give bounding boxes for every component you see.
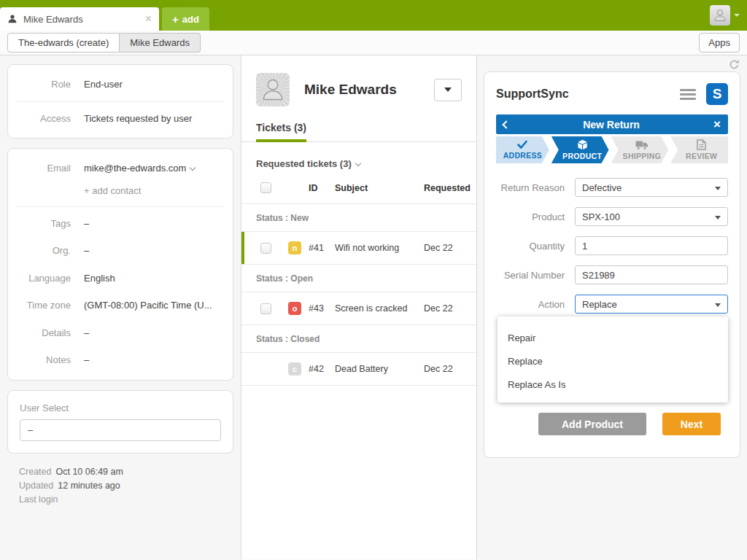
ticket-id: #41 xyxy=(306,243,335,253)
add-product-button[interactable]: Add Product xyxy=(538,413,646,435)
ticket-row[interactable]: n #41 Wifi not working Dec 22 xyxy=(241,232,476,265)
status-badge: c xyxy=(288,362,301,376)
menu-icon[interactable] xyxy=(680,89,696,100)
role-access-card: Role End-user Access Tickets requested b… xyxy=(7,64,233,139)
dropdown-option-repair[interactable]: Repair xyxy=(498,326,728,349)
open-user-tab[interactable]: Mike Edwards × xyxy=(0,7,159,31)
status-group-open: Status : Open xyxy=(241,265,476,292)
ticket-row[interactable]: c #42 Dead Battery Dec 22 xyxy=(241,353,476,386)
field-label: Language xyxy=(20,272,71,284)
step-address[interactable]: ADDRESS xyxy=(496,136,549,163)
contact-details-card: Email mike@the-edwards.com + add contact… xyxy=(7,148,233,381)
breadcrumb-bar: The-edwards (create) Mike Edwards Apps xyxy=(0,31,747,55)
truck-icon xyxy=(635,140,649,150)
ticket-id: #43 xyxy=(306,303,335,314)
field-label: Tags xyxy=(20,217,71,229)
quantity-input[interactable] xyxy=(575,236,728,255)
supportsync-app-card: SupportSync S New Return × ADDRESS PRODU… xyxy=(484,71,740,458)
field-value: Tickets requested by user xyxy=(84,112,192,125)
status-group-new: Status : New xyxy=(241,204,476,232)
chevron-down-icon xyxy=(355,160,361,166)
timezone-row: Time zone (GMT-08:00) Pacific Time (U... xyxy=(8,292,233,319)
status-group-closed: Status : Closed xyxy=(241,325,476,353)
field-value: – xyxy=(84,217,89,230)
add-tab-label: add xyxy=(182,14,199,25)
document-icon xyxy=(697,139,706,150)
nav-title: New Return xyxy=(509,119,713,131)
user-actions-dropdown-button[interactable] xyxy=(434,79,462,101)
user-menu[interactable] xyxy=(710,5,740,26)
add-tab-button[interactable]: + add xyxy=(162,7,209,31)
apps-button[interactable]: Apps xyxy=(699,33,740,52)
details-row: Details – xyxy=(8,319,233,347)
ticket-subject[interactable]: Dead Battery xyxy=(335,364,424,374)
return-form: Return Reason Defective Product SPX-100 … xyxy=(496,178,728,372)
supportsync-logo: S xyxy=(706,83,728,105)
ticket-requested: Dec 22 xyxy=(424,243,466,253)
email-value: mike@the-edwards.com xyxy=(84,162,195,175)
add-contact-link[interactable]: + add contact xyxy=(8,182,233,203)
field-label: Role xyxy=(20,78,71,90)
person-icon xyxy=(713,8,727,23)
field-label: Time zone xyxy=(20,299,71,311)
step-review[interactable]: REVIEW xyxy=(670,136,728,163)
tags-row: Tags – xyxy=(8,210,233,238)
product-select[interactable]: SPX-100 xyxy=(575,207,728,226)
divider xyxy=(17,101,224,102)
action-dropdown-menu: Repair Replace Replace As Is xyxy=(498,316,728,402)
field-value: (GMT-08:00) Pacific Time (U... xyxy=(84,299,212,312)
action-row: Action Replace Repair Replace Replace As… xyxy=(496,295,728,314)
close-icon[interactable]: × xyxy=(713,118,721,131)
field-value: – xyxy=(84,354,89,367)
step-shipping[interactable]: SHIPPING xyxy=(611,136,669,163)
field-label: Org. xyxy=(20,244,71,256)
tab-tickets[interactable]: Tickets (3) xyxy=(256,122,306,142)
serial-number-input[interactable] xyxy=(575,265,728,284)
breadcrumb: The-edwards (create) Mike Edwards xyxy=(7,33,201,52)
row-checkbox[interactable] xyxy=(260,243,271,254)
last-login-row: Last login xyxy=(19,493,241,507)
status-badge: n xyxy=(288,241,301,254)
ticket-requested: Dec 22 xyxy=(424,364,466,374)
step-wizard: ADDRESS PRODUCT SHIPPING REVIEW xyxy=(496,136,728,163)
column-header-requested: Requested xyxy=(424,183,466,193)
ticket-subject[interactable]: Screen is cracked xyxy=(335,303,424,314)
return-reason-select[interactable]: Defective xyxy=(575,178,728,197)
org-row: Org. – xyxy=(8,237,233,265)
row-checkbox[interactable] xyxy=(260,303,271,314)
ticket-row[interactable]: o #43 Screen is cracked Dec 22 xyxy=(241,292,476,325)
user-detail-panel: Mike Edwards Tickets (3) Requested ticke… xyxy=(241,55,477,559)
user-avatar xyxy=(256,73,290,106)
user-avatar xyxy=(710,5,730,26)
step-product[interactable]: PRODUCT xyxy=(551,136,609,163)
breadcrumb-user-button[interactable]: Mike Edwards xyxy=(120,33,201,52)
user-header: Mike Edwards xyxy=(241,55,476,106)
product-row: Product SPX-100 xyxy=(496,207,728,226)
app-nav-bar: New Return × xyxy=(496,114,728,134)
close-tab-icon[interactable]: × xyxy=(145,13,152,25)
user-select-input[interactable] xyxy=(20,419,221,441)
next-button[interactable]: Next xyxy=(662,413,721,435)
form-buttons: Add Product Next xyxy=(496,413,728,435)
field-value: – xyxy=(84,244,89,257)
select-all-checkbox[interactable] xyxy=(260,182,271,193)
main-content: Role End-user Access Tickets requested b… xyxy=(0,55,747,559)
app-header: SupportSync S xyxy=(496,82,728,106)
refresh-apps-icon[interactable] xyxy=(729,59,740,70)
field-value: – xyxy=(84,327,89,340)
field-label: Email xyxy=(20,162,71,174)
user-select-card: User Select xyxy=(7,390,233,454)
email-row[interactable]: Email mike@the-edwards.com xyxy=(8,155,233,182)
ticket-subject[interactable]: Wifi not working xyxy=(335,243,424,253)
breadcrumb-org-button[interactable]: The-edwards (create) xyxy=(7,33,120,52)
dropdown-option-replace-as-is[interactable]: Replace As Is xyxy=(498,373,728,396)
action-select[interactable]: Replace xyxy=(575,295,728,314)
requested-tickets-toggle[interactable]: Requested tickets (3) xyxy=(241,142,476,179)
plus-icon: + xyxy=(172,13,179,26)
language-row: Language English xyxy=(8,265,233,292)
updated-row: Updated12 minutes ago xyxy=(19,479,241,493)
return-reason-row: Return Reason Defective xyxy=(496,178,728,197)
person-icon xyxy=(260,77,286,103)
dropdown-option-replace[interactable]: Replace xyxy=(498,349,728,373)
divider xyxy=(17,206,224,207)
